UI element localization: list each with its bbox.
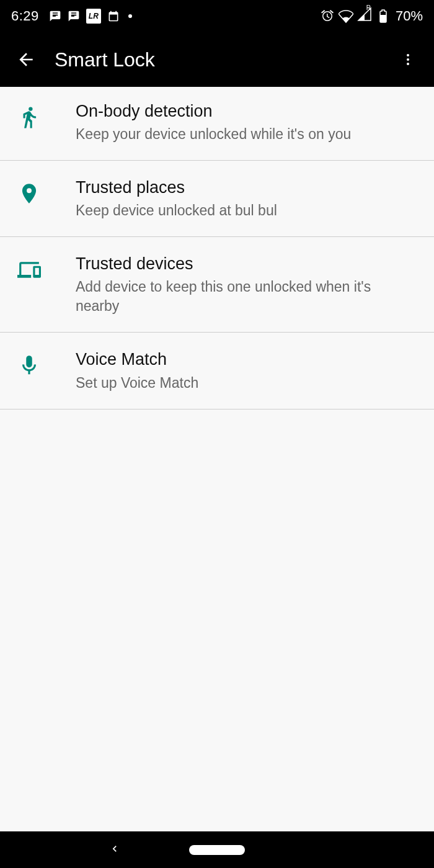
svg-point-0 xyxy=(407,54,409,56)
item-title: On-body detection xyxy=(76,101,410,122)
svg-point-2 xyxy=(407,63,409,65)
message-icon xyxy=(49,10,61,22)
item-voice-match[interactable]: Voice Match Set up Voice Match xyxy=(0,333,434,409)
item-subtitle: Keep device unlocked at bul bul xyxy=(76,201,410,220)
item-texts: Voice Match Set up Voice Match xyxy=(76,349,417,392)
devices-icon xyxy=(17,258,41,282)
item-texts: Trusted devices Add device to keep this … xyxy=(76,253,417,316)
page-title: Smart Lock xyxy=(55,48,396,71)
item-title: Voice Match xyxy=(76,349,410,370)
wifi-icon xyxy=(339,9,353,24)
item-on-body-detection[interactable]: On-body detection Keep your device unloc… xyxy=(0,87,434,161)
calendar-icon xyxy=(107,10,120,22)
item-texts: On-body detection Keep your device unloc… xyxy=(76,101,417,144)
arrow-back-icon xyxy=(16,50,36,69)
svg-point-1 xyxy=(407,58,409,61)
alarm-icon xyxy=(320,9,335,24)
status-right: 70% xyxy=(320,7,423,25)
item-subtitle: Set up Voice Match xyxy=(76,374,410,393)
status-left: 6:29 LR xyxy=(11,8,132,24)
item-subtitle: Add device to keep this one unlocked whe… xyxy=(76,277,410,316)
nav-back-button[interactable] xyxy=(108,841,121,859)
place-icon xyxy=(17,182,41,205)
overflow-menu-button[interactable] xyxy=(396,47,420,72)
lr-app-icon: LR xyxy=(86,9,101,24)
nav-home-pill[interactable] xyxy=(189,845,245,855)
item-texts: Trusted places Keep device unlocked at b… xyxy=(76,177,417,220)
item-trusted-devices[interactable]: Trusted devices Add device to keep this … xyxy=(0,237,434,333)
signal-icon xyxy=(357,7,372,25)
battery-icon xyxy=(376,9,391,24)
item-trusted-places[interactable]: Trusted places Keep device unlocked at b… xyxy=(0,161,434,237)
more-notifications-icon xyxy=(128,14,132,18)
item-title: Trusted places xyxy=(76,177,410,199)
content-area: On-body detection Keep your device unloc… xyxy=(0,87,434,831)
back-button[interactable] xyxy=(14,47,38,72)
item-subtitle: Keep your device unlocked while it's on … xyxy=(76,125,410,144)
battery-percent: 70% xyxy=(396,8,423,24)
mic-icon xyxy=(17,354,41,377)
status-bar: 6:29 LR 70% xyxy=(0,0,434,32)
navigation-bar xyxy=(0,831,434,868)
item-title: Trusted devices xyxy=(76,253,410,275)
more-vert-icon xyxy=(401,52,415,67)
chevron-left-icon xyxy=(108,843,121,855)
app-bar: Smart Lock xyxy=(0,32,434,87)
walking-icon xyxy=(17,105,41,129)
chat-icon xyxy=(68,10,80,22)
status-time: 6:29 xyxy=(11,8,39,24)
